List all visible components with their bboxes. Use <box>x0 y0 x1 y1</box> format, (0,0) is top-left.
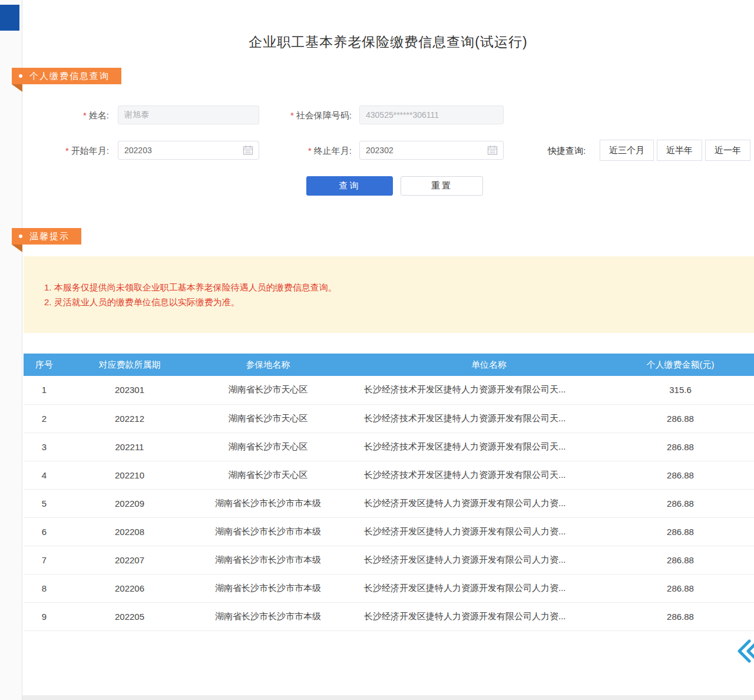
notice-box: 1. 本服务仅提供尚未领取企业职工基本养老保险待遇人员的缴费信息查询。 2. 灵… <box>24 256 754 333</box>
table-row: 7202207湖南省长沙市长沙市市本级长沙经济开发区捷特人力资源开发有限公司人力… <box>24 546 754 574</box>
cell-period: 202210 <box>65 461 194 489</box>
payment-table-body: 1202301湖南省长沙市天心区长沙经济技术开发区捷特人力资源开发有限公司天..… <box>24 376 754 630</box>
double-left-chevron-icon[interactable] <box>736 638 754 665</box>
cell-index: 2 <box>24 404 65 432</box>
cell-index: 8 <box>24 574 65 602</box>
table-row: 4202210湖南省长沙市天心区长沙经济技术开发区捷特人力资源开发有限公司天..… <box>24 461 754 489</box>
required-asterisk: * <box>65 146 69 156</box>
calendar-icon[interactable] <box>243 145 253 156</box>
start-month-input[interactable] <box>118 141 259 160</box>
quick-half-year-button[interactable]: 近半年 <box>657 140 702 161</box>
cell-amount: 286.88 <box>636 574 754 602</box>
quick-query-label: 快捷查询: <box>548 146 586 157</box>
cell-area: 湖南省长沙市长沙市市本级 <box>194 546 342 574</box>
cell-index: 5 <box>24 489 65 517</box>
cell-amount: 315.6 <box>636 376 754 404</box>
section-badge-query: 个人缴费信息查询 <box>12 68 121 84</box>
page-title: 企业职工基本养老保险缴费信息查询(试运行) <box>22 33 754 51</box>
cell-employer: 长沙经济技术开发区捷特人力资源开发有限公司天... <box>342 432 636 461</box>
bullet-icon <box>19 235 22 238</box>
cell-area: 湖南省长沙市长沙市市本级 <box>194 574 342 602</box>
table-row: 3202211湖南省长沙市天心区长沙经济技术开发区捷特人力资源开发有限公司天..… <box>24 432 754 461</box>
cell-area: 湖南省长沙市天心区 <box>194 461 342 489</box>
query-button[interactable]: 查询 <box>306 176 393 196</box>
cell-period: 202205 <box>65 602 194 630</box>
cell-index: 3 <box>24 432 65 461</box>
table-row: 1202301湖南省长沙市天心区长沙经济技术开发区捷特人力资源开发有限公司天..… <box>24 376 754 404</box>
header-period: 对应费款所属期 <box>65 354 194 376</box>
sidebar-tab[interactable] <box>0 5 19 31</box>
cell-employer: 长沙经济开发区捷特人力资源开发有限公司人力资... <box>342 574 636 602</box>
cell-area: 湖南省长沙市天心区 <box>194 432 342 461</box>
end-month-label: *终止年月: <box>265 146 352 157</box>
table-row: 9202205湖南省长沙市长沙市市本级长沙经济开发区捷特人力资源开发有限公司人力… <box>24 602 754 630</box>
ssn-input[interactable] <box>359 105 504 124</box>
start-month-label: *开始年月: <box>35 146 109 157</box>
cell-index: 1 <box>24 376 65 404</box>
cell-employer: 长沙经济开发区捷特人力资源开发有限公司人力资... <box>342 517 636 546</box>
cell-employer: 长沙经济开发区捷特人力资源开发有限公司人力资... <box>342 489 636 517</box>
cell-employer: 长沙经济开发区捷特人力资源开发有限公司人力资... <box>342 602 636 630</box>
cell-period: 202208 <box>65 517 194 546</box>
section-badge-query-label: 个人缴费信息查询 <box>29 68 110 84</box>
header-area: 参保地名称 <box>194 354 342 376</box>
required-asterisk: * <box>308 146 312 156</box>
cell-amount: 286.88 <box>636 461 754 489</box>
cell-index: 4 <box>24 461 65 489</box>
cell-index: 7 <box>24 546 65 574</box>
cell-index: 9 <box>24 602 65 630</box>
cell-amount: 286.88 <box>636 517 754 546</box>
cell-period: 202212 <box>65 404 194 432</box>
table-row: 5202209湖南省长沙市长沙市市本级长沙经济开发区捷特人力资源开发有限公司人力… <box>24 489 754 517</box>
section-badge-tips: 温馨提示 <box>12 228 81 245</box>
table-row: 6202208湖南省长沙市长沙市市本级长沙经济开发区捷特人力资源开发有限公司人力… <box>24 517 754 546</box>
horizontal-scrollbar-track[interactable] <box>22 695 754 700</box>
notice-line: 2. 灵活就业人员的缴费单位信息以实际缴费为准。 <box>44 295 754 309</box>
cell-amount: 286.88 <box>636 432 754 461</box>
cell-period: 202209 <box>65 489 194 517</box>
cell-area: 湖南省长沙市天心区 <box>194 404 342 432</box>
bullet-icon <box>19 74 22 78</box>
cell-period: 202207 <box>65 546 194 574</box>
name-input[interactable] <box>118 105 259 124</box>
required-asterisk: * <box>290 110 294 120</box>
cell-employer: 长沙经济技术开发区捷特人力资源开发有限公司天... <box>342 376 636 404</box>
calendar-icon[interactable] <box>487 145 498 156</box>
header-index: 序号 <box>24 354 65 376</box>
end-month-input[interactable] <box>359 141 504 160</box>
quick-query-group: 近三个月 近半年 近一年 <box>600 140 750 161</box>
ssn-label: *社会保障号码: <box>265 110 352 121</box>
cell-amount: 286.88 <box>636 404 754 432</box>
cell-area: 湖南省长沙市长沙市市本级 <box>194 602 342 630</box>
table-row: 2202212湖南省长沙市天心区长沙经济技术开发区捷特人力资源开发有限公司天..… <box>24 404 754 432</box>
cell-area: 湖南省长沙市长沙市市本级 <box>194 517 342 546</box>
cell-amount: 286.88 <box>636 602 754 630</box>
quick-3months-button[interactable]: 近三个月 <box>600 140 654 161</box>
cell-area: 湖南省长沙市长沙市市本级 <box>194 489 342 517</box>
header-employer: 单位名称 <box>342 354 636 376</box>
header-amount: 个人缴费金额(元) <box>636 354 754 376</box>
required-asterisk: * <box>83 110 87 120</box>
cell-period: 202301 <box>65 376 194 404</box>
name-label: *姓名: <box>35 110 109 121</box>
payment-table: 序号 对应费款所属期 参保地名称 单位名称 个人缴费金额(元) 1202301湖… <box>24 354 754 631</box>
cell-amount: 286.88 <box>636 489 754 517</box>
table-row: 8202206湖南省长沙市长沙市市本级长沙经济开发区捷特人力资源开发有限公司人力… <box>24 574 754 602</box>
page: { "page": { "title": "企业职工基本养老保险缴费信息查询(试… <box>0 0 754 700</box>
cell-index: 6 <box>24 517 65 546</box>
cell-employer: 长沙经济开发区捷特人力资源开发有限公司人力资... <box>342 546 636 574</box>
cell-area: 湖南省长沙市天心区 <box>194 376 342 404</box>
reset-button[interactable]: 重置 <box>401 176 483 196</box>
cell-employer: 长沙经济技术开发区捷特人力资源开发有限公司天... <box>342 461 636 489</box>
table-header-row: 序号 对应费款所属期 参保地名称 单位名称 个人缴费金额(元) <box>24 354 754 376</box>
cell-amount: 286.88 <box>636 546 754 574</box>
quick-one-year-button[interactable]: 近一年 <box>705 140 750 161</box>
left-rail <box>0 0 22 700</box>
cell-employer: 长沙经济技术开发区捷特人力资源开发有限公司天... <box>342 404 636 432</box>
notice-line: 1. 本服务仅提供尚未领取企业职工基本养老保险待遇人员的缴费信息查询。 <box>44 280 754 295</box>
section-badge-tips-label: 温馨提示 <box>29 228 70 245</box>
cell-period: 202211 <box>65 432 194 461</box>
cell-period: 202206 <box>65 574 194 602</box>
